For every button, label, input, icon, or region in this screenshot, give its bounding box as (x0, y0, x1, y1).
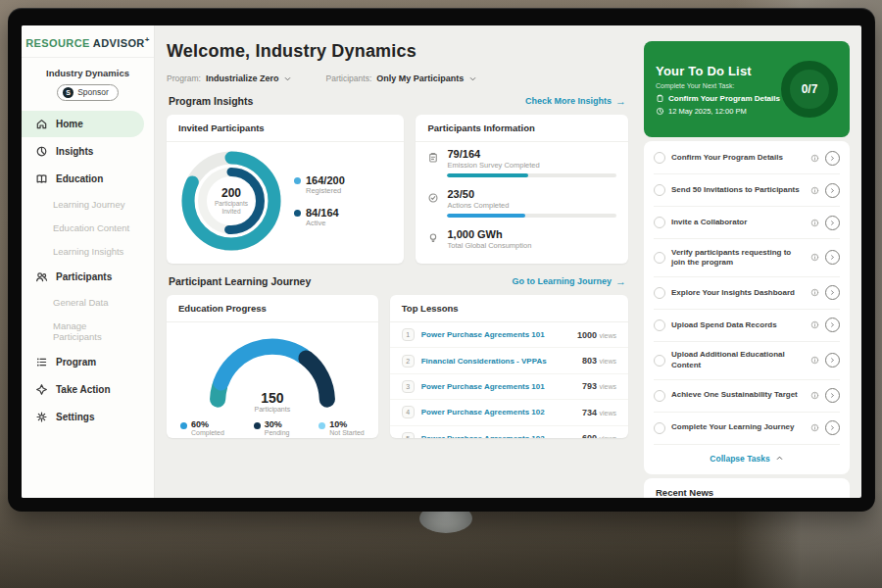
gauge-legend: 60%Completed30%Pending10%Not Started (167, 413, 378, 436)
lesson-views: 803 views (582, 356, 616, 366)
task-open-button[interactable] (825, 318, 840, 332)
info-row-total-global-consumption: 1,000 GWhTotal Global Consumption (416, 222, 628, 255)
card-title: Top Lessons (390, 295, 628, 322)
learning-journey-header: Participant Learning Journey Go to Learn… (169, 275, 626, 287)
task-checkbox[interactable] (654, 184, 665, 196)
info-icon[interactable] (810, 320, 819, 329)
task-label: Achieve One Sustainability Target (671, 390, 805, 400)
sidebar-item-learning-journey[interactable]: Learning Journey (22, 193, 144, 216)
go-to-learning-journey-link[interactable]: Go to Learning Journey → (512, 276, 626, 287)
filter-program[interactable]: Program:Industrialize Zero (167, 74, 292, 83)
todo-next-task: Confirm Your Program Details (656, 94, 780, 103)
section-title-program-insights: Program Insights (169, 95, 253, 107)
task-row-invite-a-collaborator: Invite a Collaborator (654, 207, 840, 239)
lesson-row: 5Power Purchase Agreements 103600 views (390, 426, 628, 439)
info-label: Emission Survey Completed (447, 161, 616, 170)
sidebar-item-label: Education (56, 173, 103, 184)
info-icon[interactable] (810, 391, 819, 400)
info-icon[interactable] (810, 253, 819, 262)
sidebar-item-insights[interactable]: Insights (22, 138, 144, 165)
sidebar-item-label: Learning Journey (53, 199, 124, 210)
task-row-achieve-one-sustainability-target: Achieve One Sustainability Target (654, 380, 840, 413)
task-row-upload-spend-data-records: Upload Spend Data Records (654, 310, 840, 342)
todo-due: 12 May 2025, 12:00 PM (656, 107, 780, 116)
info-icon[interactable] (810, 423, 819, 432)
task-open-button[interactable] (825, 353, 840, 368)
check-more-insights-link[interactable]: Check More Insights → (525, 96, 626, 107)
task-open-button[interactable] (825, 216, 840, 230)
chevron-up-icon (775, 454, 784, 463)
brand-secondary: ADVISOR (93, 37, 145, 49)
sidebar-item-general-data[interactable]: General Data (22, 291, 144, 314)
info-icon[interactable] (810, 356, 819, 365)
clipboard-icon (656, 94, 664, 103)
lesson-link[interactable]: Power Purchase Agreements 101 (421, 382, 575, 391)
sidebar-item-settings[interactable]: Settings (22, 404, 144, 430)
donut-legend-item: 164/200Registered (294, 174, 345, 195)
sidebar-item-education-content[interactable]: Education Content (22, 217, 144, 239)
task-label: Complete Your Learning Journey (671, 422, 805, 432)
info-icon[interactable] (810, 219, 819, 227)
task-checkbox[interactable] (654, 422, 665, 434)
lesson-views: 1000 views (577, 330, 616, 340)
task-checkbox[interactable] (654, 287, 665, 299)
legend-dot (318, 422, 325, 429)
progress-bar-fill (447, 173, 528, 177)
donut-center: 200 Participants Invited (180, 150, 282, 252)
task-label: Verify participants requesting to join t… (671, 248, 805, 269)
task-row-explore-your-insights-dashboard: Explore Your Insights Dashboard (654, 277, 840, 310)
task-open-button[interactable] (825, 151, 840, 166)
card-title: Education Progress (167, 295, 378, 322)
task-open-button[interactable] (825, 183, 840, 198)
lesson-link[interactable]: Power Purchase Agreements 102 (421, 408, 575, 416)
legend-pct: 60% (191, 419, 224, 429)
sidebar-item-label: Take Action (56, 384, 111, 395)
task-checkbox[interactable] (654, 252, 665, 264)
participants-info-rows: 79/164Emission Survey Completed23/50Acti… (416, 142, 628, 255)
task-checkbox[interactable] (654, 355, 665, 367)
task-open-button[interactable] (825, 285, 840, 300)
sidebar-item-program[interactable]: Program (22, 349, 144, 375)
lesson-link[interactable]: Power Purchase Agreements 101 (421, 330, 570, 339)
task-checkbox[interactable] (654, 217, 665, 228)
sidebar-item-take-action[interactable]: Take Action (22, 376, 144, 403)
sidebar-item-education[interactable]: Education (22, 166, 144, 192)
lesson-link[interactable]: Power Purchase Agreements 103 (421, 434, 575, 438)
sidebar-item-manage-participants[interactable]: Manage Participants (22, 315, 144, 348)
sidebar-item-label: Home (56, 119, 83, 129)
info-icon[interactable] (810, 186, 819, 195)
sidebar-item-home[interactable]: Home (22, 111, 144, 137)
todo-subtitle: Complete Your Next Task: (656, 82, 780, 89)
info-row-body: 79/164Emission Survey Completed (447, 148, 616, 177)
task-checkbox[interactable] (654, 390, 665, 402)
legend-value: 164/200 (306, 174, 345, 186)
sidebar-item-label: Manage Participants (53, 320, 134, 342)
lesson-link[interactable]: Financial Considerations - VPPAs (421, 357, 575, 366)
task-checkbox[interactable] (654, 152, 665, 164)
task-label: Upload Additional Educational Content (671, 350, 805, 370)
sidebar-nav: HomeInsightsEducationLearning JourneyEdu… (22, 111, 154, 430)
sidebar-item-learning-insights[interactable]: Learning Insights (22, 240, 144, 263)
photo-background: RESOURCE ADVISOR+ Industry Dynamics S Sp… (0, 0, 882, 588)
sidebar-item-participants[interactable]: Participants (22, 264, 144, 290)
todo-progress-ring: 0/7 (781, 61, 838, 118)
info-icon[interactable] (810, 154, 819, 163)
task-open-button[interactable] (825, 388, 840, 403)
sidebar-item-label: Education Content (53, 222, 129, 233)
task-open-button[interactable] (825, 420, 840, 435)
collapse-tasks-link[interactable]: Collapse Tasks (654, 445, 840, 473)
legend-dot (294, 210, 301, 217)
info-icon[interactable] (810, 288, 819, 297)
sponsor-badge[interactable]: S Sponsor (57, 84, 119, 101)
home-icon (35, 118, 48, 130)
info-label: Actions Completed (447, 201, 616, 210)
section-title-learning-journey: Participant Learning Journey (169, 275, 311, 287)
filter-participants[interactable]: Participants:Only My Participants (325, 74, 477, 83)
participants-information-card: Participants Information 79/164Emission … (416, 115, 628, 264)
task-open-button[interactable] (825, 250, 840, 265)
recent-news-title: Recent News (656, 487, 838, 498)
task-checkbox[interactable] (654, 319, 665, 331)
brand-primary: RESOURCE (25, 37, 90, 49)
card-title: Participants Information (416, 115, 628, 142)
legend-label: Pending (265, 429, 290, 436)
